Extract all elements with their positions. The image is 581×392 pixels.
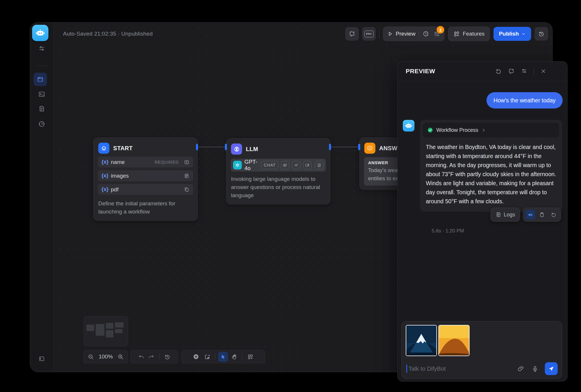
edge-start-llm bbox=[197, 147, 226, 147]
required-badge: REQUIRED bbox=[155, 160, 179, 164]
message-actions: Logs bbox=[491, 208, 561, 222]
start-field-images[interactable]: {x} images bbox=[98, 170, 193, 181]
app-avatar[interactable] bbox=[32, 25, 48, 41]
organize-layout-button[interactable] bbox=[245, 352, 255, 362]
features-icon bbox=[454, 31, 460, 37]
app-settings-icon[interactable] bbox=[30, 45, 53, 52]
text-type-icon bbox=[184, 159, 190, 165]
send-button[interactable] bbox=[545, 362, 558, 375]
change-history-button[interactable] bbox=[162, 352, 172, 362]
text-to-speech-button[interactable] bbox=[525, 210, 535, 220]
redo-button[interactable] bbox=[146, 352, 156, 362]
add-note-button[interactable] bbox=[202, 352, 212, 362]
openai-icon bbox=[233, 161, 242, 169]
environment-variables-button[interactable]: ENV bbox=[362, 27, 376, 41]
autosave-status: Auto-Saved 21:02:35 · Unpublished bbox=[63, 31, 153, 37]
node-llm[interactable]: LLM GPT-4o CHAT bbox=[226, 138, 330, 204]
sidebar-item-monitoring[interactable] bbox=[30, 120, 53, 127]
sidebar-collapse-icon[interactable] bbox=[30, 356, 53, 362]
llm-output-handle[interactable] bbox=[329, 144, 331, 150]
message-meta: 5.6s · 1:20 PM bbox=[432, 228, 563, 234]
chat-input[interactable] bbox=[408, 365, 510, 372]
answer-icon bbox=[364, 143, 375, 154]
attach-file-icon[interactable] bbox=[517, 365, 524, 372]
bot-message-row: Workflow Process The weather in Boydton,… bbox=[403, 108, 563, 212]
chat-area[interactable]: How's the weather today bbox=[398, 81, 567, 321]
zoom-out-button[interactable] bbox=[86, 352, 96, 362]
clear-chat-icon[interactable] bbox=[508, 68, 514, 74]
hand-mode-button[interactable] bbox=[229, 352, 239, 362]
logs-button[interactable]: Logs bbox=[491, 208, 520, 222]
success-check-icon bbox=[427, 127, 433, 133]
copy-button[interactable] bbox=[537, 210, 547, 220]
variable-icon: {x} bbox=[102, 159, 108, 165]
sidebar-item-orchestrate[interactable] bbox=[34, 73, 47, 86]
preview-run-label: Preview bbox=[396, 31, 416, 37]
conversation-settings-icon[interactable] bbox=[521, 68, 527, 74]
sidebar-divider bbox=[35, 66, 48, 66]
restart-conversation-icon[interactable] bbox=[495, 68, 502, 74]
minimap[interactable] bbox=[83, 316, 128, 346]
bot-avatar bbox=[403, 120, 414, 132]
checklist-count-badge: 2 bbox=[437, 26, 444, 34]
attached-images bbox=[406, 325, 470, 356]
run-history-icon[interactable] bbox=[423, 31, 429, 37]
publish-label: Publish bbox=[499, 31, 519, 37]
bot-message-card: Workflow Process The weather in Boydton,… bbox=[420, 120, 562, 212]
chat-input-row bbox=[406, 362, 558, 376]
vision-support-icon bbox=[281, 161, 289, 169]
regenerate-button[interactable] bbox=[549, 210, 559, 220]
attachment-thumbnail-mountain-night[interactable] bbox=[406, 325, 437, 356]
field-name: images bbox=[111, 173, 181, 179]
version-history-button[interactable] bbox=[535, 27, 548, 41]
publish-button[interactable]: Publish bbox=[494, 27, 531, 41]
chevron-down-icon bbox=[521, 32, 526, 36]
attachment-thumbnail-mountain-sunset[interactable] bbox=[438, 325, 470, 356]
sidebar-item-logs[interactable] bbox=[30, 105, 53, 112]
env-icon: ENV bbox=[364, 31, 374, 37]
logs-label: Logs bbox=[504, 212, 515, 218]
preview-panel: PREVIEW How's the weather today bbox=[397, 61, 568, 382]
answer-input-handle[interactable] bbox=[358, 144, 360, 150]
node-start-title: START bbox=[113, 145, 133, 152]
preview-run-button[interactable]: Preview bbox=[387, 31, 416, 37]
model-name: GPT-4o bbox=[244, 159, 258, 172]
start-output-handle[interactable] bbox=[196, 144, 198, 150]
message-tools bbox=[523, 208, 561, 222]
list-type-icon bbox=[184, 173, 190, 179]
zoom-in-button[interactable] bbox=[116, 352, 126, 362]
history-controls bbox=[130, 350, 178, 363]
checklist-icon[interactable]: 2 bbox=[434, 31, 440, 37]
audio-support-icon bbox=[292, 161, 300, 169]
pointer-mode-button[interactable] bbox=[218, 352, 228, 362]
chat-input-container bbox=[401, 321, 562, 379]
field-name: pdf bbox=[111, 186, 181, 193]
node-start[interactable]: START {x} name REQUIRED {x} images {x} p… bbox=[93, 137, 198, 221]
preview-header: PREVIEW bbox=[398, 62, 567, 81]
close-icon[interactable] bbox=[540, 68, 546, 74]
llm-input-handle[interactable] bbox=[225, 144, 227, 150]
node-llm-description: Invoking large language models to answer… bbox=[226, 173, 330, 204]
start-field-pdf[interactable]: {x} pdf bbox=[98, 184, 193, 195]
variable-icon: {x} bbox=[102, 173, 108, 179]
document-support-icon bbox=[315, 161, 323, 169]
zoom-level[interactable]: 100% bbox=[99, 354, 113, 360]
edge-llm-answer bbox=[330, 147, 359, 147]
voice-input-icon[interactable] bbox=[532, 365, 538, 372]
features-button[interactable]: Features bbox=[448, 27, 490, 41]
field-name: name bbox=[111, 159, 152, 165]
sidebar bbox=[30, 22, 54, 372]
chat-mode-badge: CHAT bbox=[261, 161, 278, 169]
variable-icon: {x} bbox=[102, 186, 108, 192]
chevron-right-icon bbox=[481, 128, 486, 133]
text-cursor bbox=[406, 365, 407, 373]
undo-button[interactable] bbox=[136, 352, 146, 362]
start-field-name[interactable]: {x} name REQUIRED bbox=[98, 157, 193, 167]
sidebar-item-api[interactable] bbox=[30, 91, 53, 98]
clear-conversation-button[interactable] bbox=[345, 27, 359, 41]
zoom-controls: 100% bbox=[83, 350, 128, 363]
model-selector[interactable]: GPT-4o CHAT bbox=[231, 159, 326, 172]
logs-icon bbox=[496, 212, 501, 218]
workflow-process-toggle[interactable]: Workflow Process bbox=[423, 123, 559, 137]
add-node-button[interactable] bbox=[191, 352, 201, 362]
